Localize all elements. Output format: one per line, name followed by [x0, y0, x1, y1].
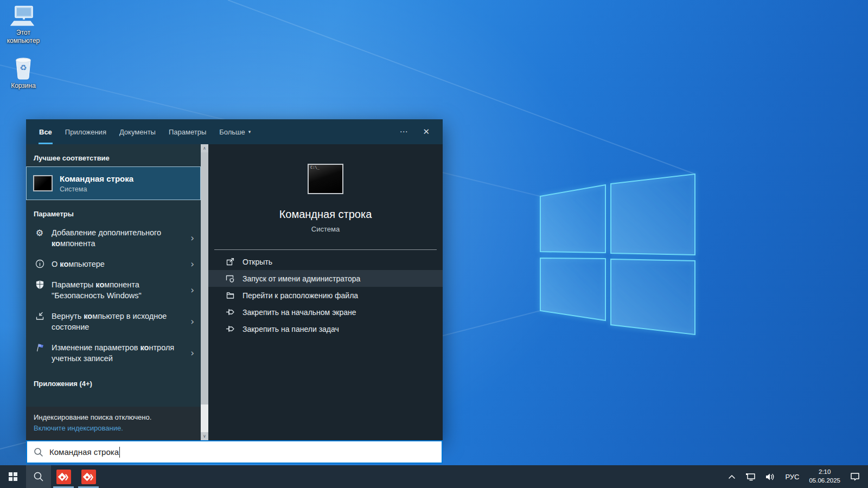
- windows-logo-pane: [540, 258, 605, 320]
- chevron-right-icon: ›: [190, 349, 194, 358]
- scrollbar-up-button[interactable]: ∧: [201, 144, 208, 152]
- windows-logo-pane: [611, 174, 695, 255]
- action-run-as-admin[interactable]: Запуск от имени администратора: [208, 270, 443, 287]
- desktop-icon-recycle-bin[interactable]: ♻ Корзина: [0, 54, 47, 90]
- action-pin-to-taskbar[interactable]: Закрепить на панели задач: [208, 320, 443, 337]
- desktop-icon-this-pc[interactable]: Этот компьютер: [0, 5, 47, 45]
- settings-item-add-component[interactable]: ⚙ Добавление дополнительного компонента …: [26, 222, 201, 254]
- chevron-up-icon: [728, 474, 736, 479]
- scrollbar-down-button[interactable]: ∨: [201, 432, 208, 440]
- preview-subtitle: Система: [311, 225, 340, 233]
- red-app-icon: ❯: [81, 470, 96, 484]
- best-match-header: Лучшее соответствие: [26, 150, 201, 166]
- chevron-right-icon: ›: [190, 286, 194, 295]
- preview-column: C:\_ Командная строка Система Открыть За…: [208, 144, 443, 440]
- reset-pc-icon: [34, 311, 46, 320]
- action-label: Перейти к расположению файла: [242, 291, 358, 300]
- tab-more[interactable]: Больше ▾: [213, 119, 257, 144]
- search-icon: [33, 471, 44, 482]
- results-scrollbar[interactable]: ∧ ∨: [201, 144, 208, 440]
- best-match-result[interactable]: Командная строка Система: [26, 166, 201, 200]
- more-options-button[interactable]: ⋯: [392, 119, 415, 144]
- close-icon: ✕: [423, 127, 430, 137]
- preview-divider: [214, 249, 437, 250]
- indexing-disabled-message: Индексирование поиска отключено.: [34, 413, 193, 422]
- taskbar: ❯ ❯ РУС: [0, 465, 868, 488]
- best-match-title: Командная строка: [60, 174, 133, 184]
- uac-flag-icon: [34, 343, 46, 352]
- settings-item-label: Добавление дополнительного компонента: [52, 227, 186, 249]
- ethernet-icon: [745, 473, 756, 481]
- scrollbar-track[interactable]: [201, 404, 208, 432]
- apps-header: Приложения (4+): [26, 369, 201, 392]
- tab-label: Все: [39, 128, 52, 136]
- enable-indexing-link[interactable]: Включите индексирование.: [34, 423, 193, 434]
- ellipsis-icon: ⋯: [399, 127, 407, 137]
- tray-expand-button[interactable]: [723, 465, 741, 488]
- run-as-admin-icon: [225, 274, 235, 283]
- search-tabs: Все Приложения Документы Параметры Больш…: [26, 119, 443, 144]
- tab-documents[interactable]: Документы: [113, 119, 162, 144]
- file-location-icon: [225, 291, 235, 300]
- pin-to-start-icon: [225, 307, 235, 317]
- action-center-icon: [850, 472, 860, 481]
- action-label: Открыть: [242, 258, 272, 266]
- command-prompt-icon-large: C:\_: [308, 164, 343, 194]
- search-query-text: Командная строка: [49, 447, 119, 457]
- taskbar-app-button-2[interactable]: ❯: [76, 465, 101, 488]
- language-indicator[interactable]: РУС: [780, 465, 804, 488]
- settings-item-windows-security[interactable]: Параметры компонента "Безопасность Windo…: [26, 274, 201, 306]
- info-icon: [34, 259, 46, 268]
- date-label: 05.06.2025: [809, 477, 840, 485]
- settings-item-label: О компьютере: [52, 259, 186, 269]
- taskbar-search-button[interactable]: [26, 465, 51, 488]
- action-center-button[interactable]: [845, 465, 865, 488]
- tab-all[interactable]: Все: [33, 119, 59, 144]
- search-icon: [34, 447, 43, 457]
- settings-item-about-pc[interactable]: О компьютере ›: [26, 254, 201, 274]
- chevron-down-icon: ▾: [248, 129, 251, 134]
- tab-label: Больше: [219, 128, 245, 136]
- windows-logo-pane: [540, 185, 605, 253]
- volume-icon[interactable]: [761, 465, 780, 488]
- text-caret: [119, 447, 120, 458]
- taskbar-app-button-1[interactable]: ❯: [51, 465, 76, 488]
- windows-logo-pane: [611, 259, 695, 335]
- clock[interactable]: 2:10 05.06.2025: [804, 465, 845, 488]
- system-tray: РУС 2:10 05.06.2025: [723, 465, 868, 488]
- tab-settings[interactable]: Параметры: [162, 119, 213, 144]
- chevron-up-icon: ∧: [203, 146, 206, 151]
- start-button[interactable]: [0, 465, 26, 488]
- speaker-icon: [765, 473, 775, 481]
- settings-item-reset-pc[interactable]: Вернуть компьютер в исходное состояние ›: [26, 306, 201, 337]
- open-icon: [225, 257, 235, 266]
- pin-to-taskbar-icon: [225, 324, 235, 333]
- action-open-file-location[interactable]: Перейти к расположению файла: [208, 287, 443, 304]
- scrollbar-thumb[interactable]: [201, 152, 208, 404]
- search-input[interactable]: Командная строка: [26, 440, 443, 464]
- network-icon[interactable]: [741, 465, 761, 488]
- best-match-subtitle: Система: [60, 185, 133, 193]
- security-shield-icon: [34, 280, 46, 290]
- chevron-right-icon: ❯: [64, 473, 69, 480]
- search-flyout: Все Приложения Документы Параметры Больш…: [26, 119, 443, 440]
- tab-apps[interactable]: Приложения: [59, 119, 113, 144]
- action-open[interactable]: Открыть: [208, 253, 443, 270]
- search-results-column: Лучшее соответствие Командная строка Сис…: [26, 144, 201, 440]
- tab-label: Документы: [119, 128, 156, 136]
- action-pin-to-start[interactable]: Закрепить на начальном экране: [208, 304, 443, 320]
- gear-icon: ⚙: [34, 228, 46, 239]
- preview-title: Командная строка: [279, 208, 372, 221]
- command-prompt-text: C:\_: [310, 165, 320, 170]
- tab-label: Параметры: [169, 128, 206, 136]
- action-label: Запуск от имени администратора: [242, 274, 360, 283]
- this-pc-icon: [10, 5, 36, 27]
- tab-label: Приложения: [65, 128, 106, 136]
- settings-item-uac[interactable]: Изменение параметров контроля учетных за…: [26, 337, 201, 369]
- windows-logo-icon: [9, 472, 17, 481]
- red-app-icon: ❯: [56, 470, 71, 484]
- command-prompt-icon: [33, 175, 53, 191]
- close-button[interactable]: ✕: [415, 119, 437, 144]
- chevron-right-icon: ›: [190, 260, 194, 269]
- chevron-right-icon: ›: [190, 317, 194, 326]
